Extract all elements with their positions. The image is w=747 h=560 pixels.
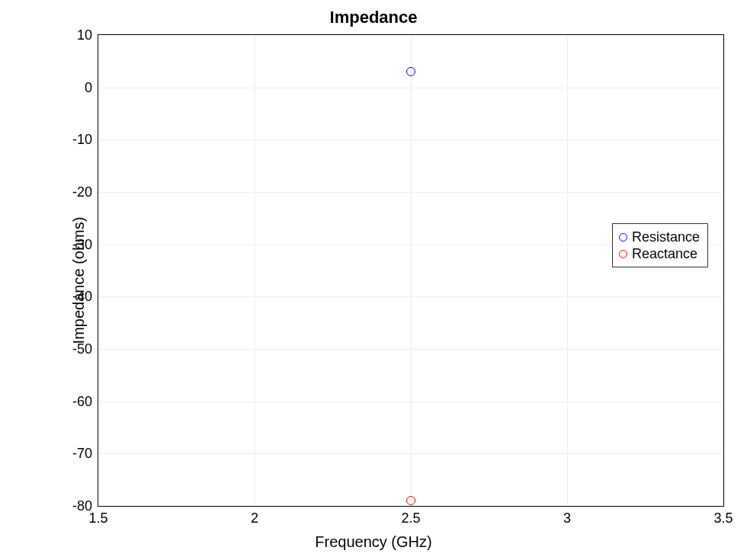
- chart-title: Impedance: [0, 8, 747, 27]
- data-marker-reactance: [406, 496, 415, 505]
- gridline-vertical: [255, 35, 255, 506]
- gridline-horizontal: [98, 296, 723, 297]
- legend-label: Reactance: [632, 245, 697, 262]
- legend-label: Resistance: [632, 229, 700, 245]
- gridline-horizontal: [98, 402, 723, 402]
- y-tick-label: -80: [72, 498, 92, 514]
- legend-marker-icon: [619, 233, 627, 242]
- y-tick-label: -30: [72, 236, 92, 252]
- y-tick-label: -20: [72, 184, 92, 200]
- y-tick-label: -60: [72, 393, 92, 409]
- gridline-horizontal: [98, 88, 723, 88]
- gridline-horizontal: [98, 349, 723, 350]
- y-tick-label: -10: [72, 132, 92, 148]
- x-tick-label: 2: [251, 510, 258, 526]
- x-tick-label: 3.5: [713, 510, 733, 526]
- gridline-vertical: [567, 35, 568, 506]
- data-marker-resistance: [406, 67, 415, 76]
- x-tick-label: 2.5: [401, 510, 420, 526]
- chart-figure: Impedance Impedance (ohms) Frequency (GH…: [0, 0, 747, 560]
- x-axis-label: Frequency (GHz): [0, 533, 747, 551]
- gridline-vertical: [411, 35, 412, 506]
- y-tick-label: 10: [77, 27, 92, 43]
- legend-item: Resistance: [619, 229, 700, 245]
- gridline-horizontal: [98, 139, 723, 140]
- gridline-horizontal: [98, 192, 723, 193]
- gridline-horizontal: [98, 453, 723, 454]
- y-axis-label: Impedance (ohms): [70, 216, 88, 344]
- legend-item: Reactance: [619, 245, 700, 262]
- y-tick-label: -40: [72, 289, 92, 305]
- plot-area: 1.522.533.5-80-70-60-50-40-30-20-10010Re…: [98, 34, 724, 507]
- y-tick-label: -70: [72, 446, 92, 462]
- y-tick-label: 0: [85, 79, 92, 95]
- legend-marker-icon: [619, 250, 627, 258]
- legend: ResistanceReactance: [612, 223, 708, 267]
- x-tick-label: 3: [563, 510, 571, 526]
- y-tick-label: -50: [72, 341, 92, 357]
